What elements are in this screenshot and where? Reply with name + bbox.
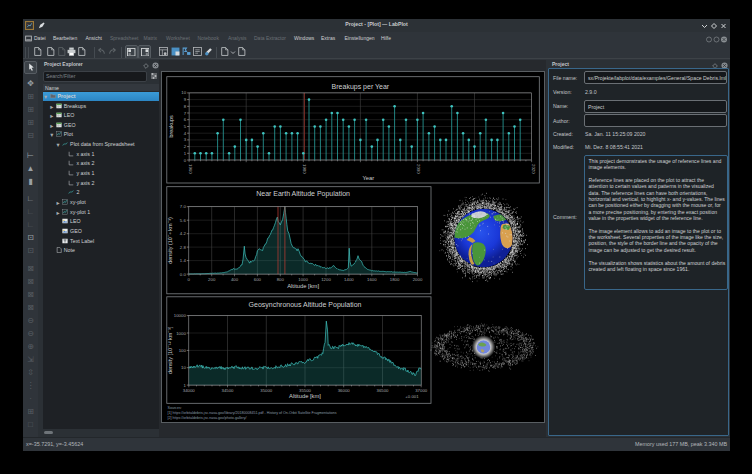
svg-text:2000: 2000 (416, 164, 421, 174)
svg-text:1980: 1980 (302, 164, 307, 174)
svg-text:density (10⁻⁸ km⁻³): density (10⁻⁸ km⁻³) (168, 216, 174, 263)
svg-text:200: 200 (208, 276, 216, 281)
svg-text:7.0: 7.0 (180, 204, 187, 209)
svg-text:10: 10 (181, 90, 186, 95)
svg-text:34500: 34500 (222, 387, 235, 392)
svg-text:5.6: 5.6 (180, 217, 187, 222)
svg-text:Sources:: Sources: (168, 405, 182, 409)
svg-text:density [10⁻¹² km⁻³]: density [10⁻¹² km⁻³] (168, 326, 174, 374)
svg-text:600: 600 (254, 276, 262, 281)
svg-text:Geosynchronous Altitude Popula: Geosynchronous Altitude Population (249, 300, 362, 308)
svg-text:breakups: breakups (168, 115, 174, 137)
svg-text:10: 10 (181, 365, 186, 370)
svg-text:34000: 34000 (183, 387, 196, 392)
svg-text:2020: 2020 (531, 164, 536, 174)
svg-text:1000: 1000 (298, 276, 308, 281)
svg-text:1000: 1000 (176, 330, 186, 335)
svg-text:[2] https://orbitaldebris.jsc.: [2] https://orbitaldebris.jsc.nasa.gov/p… (168, 415, 247, 419)
svg-text:2.8: 2.8 (180, 244, 187, 249)
svg-text:+0.001: +0.001 (405, 394, 419, 399)
svg-text:Altitude [km]: Altitude [km] (289, 393, 321, 399)
svg-text:Altitude [km]: Altitude [km] (287, 283, 319, 289)
svg-text:1960: 1960 (188, 164, 193, 174)
svg-text:1800: 1800 (390, 276, 400, 281)
svg-text:800: 800 (277, 276, 285, 281)
svg-text:2000: 2000 (413, 276, 423, 281)
svg-text:Breakups per Year: Breakups per Year (332, 82, 390, 90)
svg-text:37000: 37000 (415, 387, 428, 392)
svg-text:0.0: 0.0 (180, 271, 187, 276)
svg-text:1200: 1200 (321, 276, 331, 281)
svg-text:100: 100 (179, 347, 187, 352)
svg-text:10000: 10000 (174, 313, 187, 318)
svg-text:Near Earth Altitude Population: Near Earth Altitude Population (256, 190, 350, 198)
svg-text:[1] https://orbitaldebris.jsc.: [1] https://orbitaldebris.jsc.nasa.gov/l… (168, 410, 337, 414)
svg-text:1600: 1600 (367, 276, 377, 281)
svg-text:35000: 35000 (260, 387, 273, 392)
svg-text:Year: Year (363, 174, 375, 180)
svg-text:1.4: 1.4 (180, 258, 187, 263)
svg-text:4.2: 4.2 (180, 231, 187, 236)
svg-text:36000: 36000 (338, 387, 351, 392)
svg-text:35500: 35500 (299, 387, 312, 392)
svg-text:36500: 36500 (377, 387, 390, 392)
svg-text:400: 400 (231, 276, 239, 281)
svg-text:1400: 1400 (344, 276, 354, 281)
